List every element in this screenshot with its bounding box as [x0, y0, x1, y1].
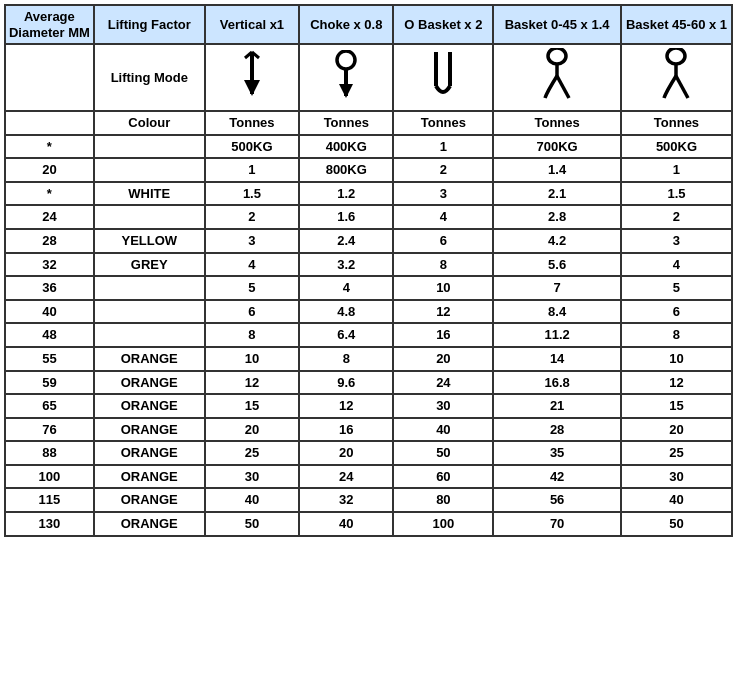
svg-point-4: [337, 51, 355, 69]
cell-diam: 32: [5, 253, 94, 277]
cell-vert: 6: [205, 300, 299, 324]
header-basket: Basket 0-45 x 1.4: [493, 5, 621, 44]
lifting-factor-table: Average Diameter MM Lifting Factor Verti…: [4, 4, 733, 537]
cell-basket45: 500KG: [621, 135, 732, 159]
mode-basket45-icon: [621, 44, 732, 111]
cell-basket: 16.8: [493, 371, 621, 395]
table-row: 115 ORANGE 40 32 80 56 40: [5, 488, 732, 512]
cell-vert: 1: [205, 158, 299, 182]
cell-basket45: 40: [621, 488, 732, 512]
cell-basket: 2.1: [493, 182, 621, 206]
cell-basket45: 20: [621, 418, 732, 442]
cell-diam: 36: [5, 276, 94, 300]
cell-basket: 7: [493, 276, 621, 300]
table-row: 130 ORANGE 50 40 100 70 50: [5, 512, 732, 536]
cell-basket45: 8: [621, 323, 732, 347]
cell-lift: WHITE: [94, 182, 205, 206]
cell-basket: 11.2: [493, 323, 621, 347]
cell-lift: YELLOW: [94, 229, 205, 253]
cell-basket: 35: [493, 441, 621, 465]
cell-obasket: 80: [393, 488, 493, 512]
cell-diam: 65: [5, 394, 94, 418]
svg-line-11: [557, 76, 569, 98]
cell-diam: 40: [5, 300, 94, 324]
cell-obasket: 12: [393, 300, 493, 324]
cell-basket: 700KG: [493, 135, 621, 159]
header-lift: Lifting Factor: [94, 5, 205, 44]
cell-vert: 10: [205, 347, 299, 371]
cell-basket45: 3: [621, 229, 732, 253]
mode-lift: Lifting Mode: [94, 44, 205, 111]
svg-marker-1: [244, 80, 260, 96]
cell-choke: 20: [299, 441, 393, 465]
cell-obasket: 40: [393, 418, 493, 442]
cell-obasket: 60: [393, 465, 493, 489]
colour-label: Colour: [94, 111, 205, 135]
cell-choke: 8: [299, 347, 393, 371]
cell-vert: 2: [205, 205, 299, 229]
cell-basket45: 2: [621, 205, 732, 229]
header-row: Average Diameter MM Lifting Factor Verti…: [5, 5, 732, 44]
cell-choke: 6.4: [299, 323, 393, 347]
cell-basket: 70: [493, 512, 621, 536]
table-row: 36 RED 5 4 10 7 5: [5, 276, 732, 300]
header-obasket: O Basket x 2: [393, 5, 493, 44]
cell-vert: 30: [205, 465, 299, 489]
cell-lift: ORANGE: [94, 488, 205, 512]
cell-diam: 115: [5, 488, 94, 512]
cell-obasket: 8: [393, 253, 493, 277]
cell-diam: 100: [5, 465, 94, 489]
colour-choke: Tonnes: [299, 111, 393, 135]
cell-vert: 3: [205, 229, 299, 253]
cell-lift: GREY: [94, 253, 205, 277]
cell-diam: 130: [5, 512, 94, 536]
table-row: 20 VIOLET 1 800KG 2 1.4 1: [5, 158, 732, 182]
cell-lift: ORANGE: [94, 394, 205, 418]
cell-choke: 3.2: [299, 253, 393, 277]
cell-basket45: 12: [621, 371, 732, 395]
cell-basket45: 25: [621, 441, 732, 465]
cell-basket: 14: [493, 347, 621, 371]
lifting-mode-row: Lifting Mode: [5, 44, 732, 111]
cell-vert: 1.5: [205, 182, 299, 206]
cell-basket: 8.4: [493, 300, 621, 324]
cell-lift: ORANGE: [94, 512, 205, 536]
cell-basket45: 6: [621, 300, 732, 324]
cell-choke: 9.6: [299, 371, 393, 395]
cell-basket45: 4: [621, 253, 732, 277]
cell-lift: RED: [94, 276, 205, 300]
cell-diam: 28: [5, 229, 94, 253]
cell-obasket: 16: [393, 323, 493, 347]
cell-obasket: 20: [393, 347, 493, 371]
mode-vert-icon: [205, 44, 299, 111]
colour-row: Colour Tonnes Tonnes Tonnes Tonnes Tonne…: [5, 111, 732, 135]
cell-basket45: 5: [621, 276, 732, 300]
table-row: 55 ORANGE 10 8 20 14 10: [5, 347, 732, 371]
svg-marker-6: [339, 84, 353, 98]
colour-diam: [5, 111, 94, 135]
mode-diam: [5, 44, 94, 111]
cell-vert: 40: [205, 488, 299, 512]
cell-basket45: 10: [621, 347, 732, 371]
cell-vert: 4: [205, 253, 299, 277]
cell-basket45: 15: [621, 394, 732, 418]
cell-choke: 800KG: [299, 158, 393, 182]
cell-lift: BLACK: [94, 135, 205, 159]
cell-basket: 21: [493, 394, 621, 418]
mode-obasket-icon: [393, 44, 493, 111]
table-row: 88 ORANGE 25 20 50 35 25: [5, 441, 732, 465]
colour-vert: Tonnes: [205, 111, 299, 135]
table-row: 28 YELLOW 3 2.4 6 4.2 3: [5, 229, 732, 253]
cell-diam: 59: [5, 371, 94, 395]
cell-obasket: 10: [393, 276, 493, 300]
cell-lift: ORANGE: [94, 371, 205, 395]
header-vert: Vertical x1: [205, 5, 299, 44]
cell-choke: 16: [299, 418, 393, 442]
cell-obasket: 3: [393, 182, 493, 206]
cell-diam: 20: [5, 158, 94, 182]
cell-vert: 5: [205, 276, 299, 300]
cell-obasket: 4: [393, 205, 493, 229]
table-row: * WHITE 1.5 1.2 3 2.1 1.5: [5, 182, 732, 206]
table-row: 48 BLUE 8 6.4 16 11.2 8: [5, 323, 732, 347]
cell-choke: 1.6: [299, 205, 393, 229]
